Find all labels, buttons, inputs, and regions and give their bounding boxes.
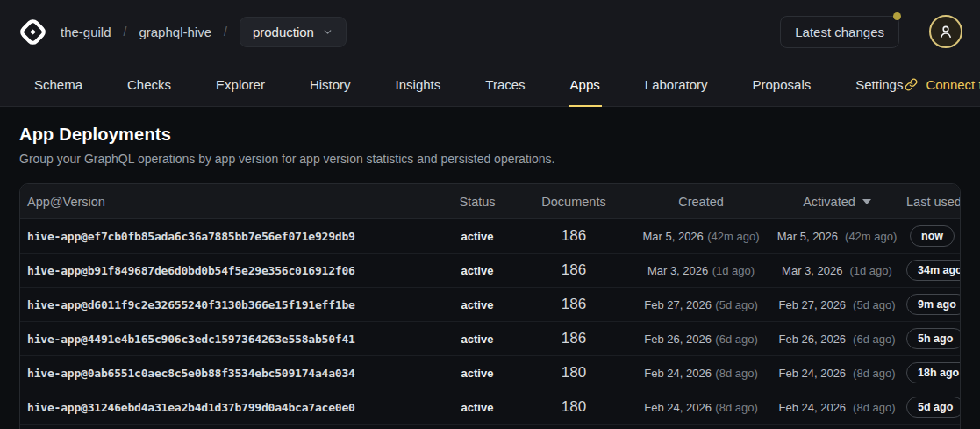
breadcrumb-org[interactable]: the-guild — [61, 25, 111, 39]
documents-cell: 180 — [513, 398, 634, 416]
tab-history[interactable]: History — [308, 63, 353, 107]
created-relative-time: (5d ago) — [715, 298, 757, 311]
hive-logo-icon[interactable] — [18, 17, 48, 47]
column-header-status[interactable]: Status — [441, 195, 513, 209]
status-cell: active — [441, 331, 513, 347]
main-content: App Deployments Group your GraphQL opera… — [0, 107, 980, 429]
activated-date: Feb 26, 2026 — [778, 332, 846, 346]
activated-cell: Feb 24, 2026 (8d ago) — [768, 367, 906, 380]
breadcrumb-project[interactable]: graphql-hive — [139, 25, 211, 39]
activated-date: Feb 24, 2026 — [778, 401, 846, 414]
documents-value: 186 — [562, 296, 586, 312]
app-version-value[interactable]: hive-app@0ab6551c0aec8c5e0b88f3534ebc509… — [27, 367, 355, 380]
target-selector-label: production — [253, 25, 314, 39]
table-row[interactable]: hive-app@b91f849687de6d0bd0b54f5e29e356c… — [20, 254, 960, 288]
app-version-value[interactable]: hive-app@ef7cb0fb85ada6c36a7885bb7e56ef0… — [27, 230, 355, 243]
app-version-cell: hive-app@4491e4b165c906c3edc1597364263e5… — [20, 331, 441, 347]
app-version-value[interactable]: hive-app@b91f849687de6d0bd0b54f5e29e356c… — [27, 264, 355, 277]
status-cell: active — [441, 365, 513, 381]
activated-relative-time: (1d ago) — [849, 264, 891, 277]
topbar: the-guild / graphql-hive / production La… — [0, 0, 980, 107]
last-used-cell: 18h ago — [906, 362, 961, 383]
last-used-badge: 5h ago — [906, 328, 961, 349]
connect-to-cdn-label: Connect to CDN — [926, 77, 980, 92]
notification-dot — [893, 12, 901, 20]
breadcrumb-separator: / — [124, 25, 127, 39]
column-header-app-version[interactable]: App@Version — [20, 195, 441, 209]
app-version-value[interactable]: hive-app@d6011f9c2e32655240f3130b366e15f… — [27, 298, 355, 311]
activated-date: Feb 27, 2026 — [778, 298, 846, 311]
last-used-badge: 18h ago — [906, 362, 961, 383]
status-cell: active — [441, 297, 513, 312]
app-version-value[interactable]: hive-app@4491e4b165c906c3edc1597364263e5… — [27, 332, 355, 346]
app-version-cell: hive-app@0ab6551c0aec8c5e0b88f3534ebc509… — [20, 365, 441, 381]
table-body: hive-app@ef7cb0fb85ada6c36a7885bb7e56ef0… — [20, 219, 960, 425]
latest-changes-button[interactable]: Latest changes — [780, 16, 899, 48]
chevron-down-icon — [322, 26, 333, 38]
column-header-last-used[interactable]: Last used — [906, 195, 961, 209]
documents-cell: 186 — [513, 227, 634, 245]
documents-value: 186 — [562, 261, 586, 278]
column-header-activated-label: Activated — [803, 195, 855, 209]
column-header-activated[interactable]: Activated — [768, 195, 906, 209]
status-cell: active — [441, 399, 513, 415]
activated-date: Feb 24, 2026 — [778, 367, 846, 380]
last-used-badge: now — [910, 225, 955, 247]
documents-value: 180 — [562, 398, 586, 415]
activated-cell: Mar 5, 2026 (42m ago) — [768, 230, 906, 243]
table-row[interactable]: hive-app@4491e4b165c906c3edc1597364263e5… — [20, 322, 960, 356]
created-date: Feb 24, 2026 — [644, 401, 712, 414]
table-row[interactable]: hive-app@ef7cb0fb85ada6c36a7885bb7e56ef0… — [20, 219, 960, 254]
link-icon — [905, 78, 918, 91]
created-date: Mar 3, 2026 — [647, 264, 708, 277]
tab-settings[interactable]: Settings — [854, 63, 905, 107]
created-relative-time: (1d ago) — [712, 264, 755, 277]
sort-desc-icon — [862, 199, 871, 204]
documents-value: 186 — [562, 330, 586, 347]
created-date: Feb 26, 2026 — [644, 332, 712, 346]
activated-relative-time: (42m ago) — [845, 230, 897, 243]
activated-date: Mar 3, 2026 — [782, 264, 842, 277]
status-cell: active — [441, 262, 513, 278]
last-used-badge: 5d ago — [906, 397, 961, 418]
last-used-cell: 5h ago — [906, 328, 961, 349]
activated-cell: Feb 27, 2026 (5d ago) — [768, 298, 906, 311]
tab-apps[interactable]: Apps — [569, 63, 602, 107]
activated-relative-time: (5d ago) — [853, 298, 895, 311]
target-selector-dropdown[interactable]: production — [240, 17, 347, 47]
created-cell: Mar 3, 2026 (1d ago) — [634, 262, 768, 278]
tab-proposals[interactable]: Proposals — [751, 63, 813, 107]
status-value: active — [461, 332, 494, 346]
column-header-created[interactable]: Created — [634, 195, 768, 209]
app-version-cell: hive-app@b91f849687de6d0bd0b54f5e29e356c… — [20, 262, 441, 278]
tab-checks[interactable]: Checks — [125, 63, 173, 107]
table-row[interactable]: hive-app@0ab6551c0aec8c5e0b88f3534ebc509… — [20, 356, 960, 390]
created-cell: Mar 5, 2026 (42m ago) — [634, 228, 768, 244]
breadcrumb: the-guild / graphql-hive / production — [61, 17, 347, 47]
activated-relative-time: (6d ago) — [853, 332, 895, 346]
table-row[interactable]: hive-app@d6011f9c2e32655240f3130b366e15f… — [20, 288, 960, 322]
tab-schema[interactable]: Schema — [32, 63, 84, 107]
status-value: active — [461, 367, 494, 380]
activated-relative-time: (8d ago) — [853, 401, 895, 414]
last-used-cell: 5d ago — [906, 397, 961, 418]
last-used-cell: 9m ago — [906, 294, 961, 315]
column-header-documents[interactable]: Documents — [513, 195, 634, 209]
table-row[interactable]: hive-app@31246ebd4a31ea2b4d1d37b799d0a4b… — [20, 390, 960, 425]
app-version-value[interactable]: hive-app@31246ebd4a31ea2b4d1d37b799d0a4b… — [27, 401, 355, 414]
app-screen: the-guild / graphql-hive / production La… — [0, 0, 980, 429]
user-avatar[interactable] — [929, 15, 962, 48]
documents-cell: 186 — [513, 261, 634, 279]
documents-value: 186 — [562, 227, 586, 244]
status-value: active — [461, 230, 494, 243]
app-version-cell: hive-app@31246ebd4a31ea2b4d1d37b799d0a4b… — [20, 399, 441, 415]
tab-laboratory[interactable]: Laboratory — [643, 63, 710, 107]
tab-explorer[interactable]: Explorer — [214, 63, 267, 107]
tab-traces[interactable]: Traces — [483, 63, 526, 107]
breadcrumb-separator: / — [224, 25, 227, 39]
app-version-cell: hive-app@d6011f9c2e32655240f3130b366e15f… — [20, 297, 441, 312]
connect-to-cdn-link[interactable]: Connect to CDN — [905, 63, 980, 106]
tab-insights[interactable]: Insights — [394, 63, 443, 107]
activated-cell: Mar 3, 2026 (1d ago) — [768, 264, 906, 277]
created-cell: Feb 24, 2026 (8d ago) — [634, 365, 768, 381]
